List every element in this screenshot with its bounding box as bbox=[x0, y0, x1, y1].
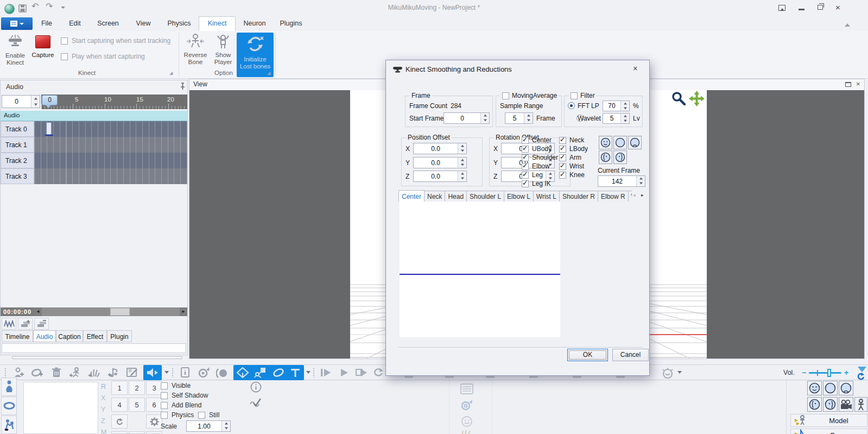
audio-mode-button[interactable] bbox=[143, 365, 162, 380]
track-label[interactable]: Track 1 bbox=[1, 137, 34, 153]
model-info-button[interactable] bbox=[250, 381, 262, 394]
panel-tab-audio[interactable]: Audio bbox=[33, 330, 56, 342]
play-from-start-button[interactable] bbox=[318, 366, 333, 379]
checkbox-icon[interactable] bbox=[161, 382, 168, 389]
spinner-buttons[interactable] bbox=[31, 96, 40, 108]
pos-y-value[interactable]: 0.0 bbox=[414, 159, 458, 167]
face-right-button[interactable] bbox=[823, 397, 838, 412]
pos-z-value[interactable]: 0.0 bbox=[414, 173, 458, 180]
timeline-cursor[interactable] bbox=[46, 122, 52, 135]
add-caption-button[interactable] bbox=[125, 366, 140, 379]
tab-scroll-right-icon[interactable]: ▸ bbox=[641, 192, 644, 198]
group-dialog-launcher-icon[interactable]: ◢ bbox=[267, 71, 270, 76]
numpad-5-button[interactable]: 5 bbox=[129, 398, 145, 412]
numpad-4-button[interactable]: 4 bbox=[111, 398, 128, 412]
still-checkbox-row[interactable]: Still bbox=[198, 411, 219, 419]
start-frame-spinner[interactable]: 0 bbox=[443, 112, 490, 124]
start-frame-value[interactable]: 0 bbox=[444, 115, 480, 122]
play-when-capturing-checkbox-row[interactable]: Play when start capturing bbox=[61, 53, 145, 60]
model-list-button[interactable] bbox=[1, 378, 17, 396]
tab-plugins[interactable]: Plugins bbox=[274, 16, 308, 31]
track-label[interactable]: Track 0 bbox=[1, 121, 34, 137]
part-wrist-row[interactable]: Wrist bbox=[559, 162, 588, 171]
spinner-buttons[interactable] bbox=[480, 113, 489, 123]
zoom-tool-icon[interactable] bbox=[671, 91, 686, 108]
reverse-bone-button[interactable]: Reverse Bone bbox=[181, 33, 210, 71]
loop-playback-button[interactable] bbox=[371, 366, 385, 379]
numpad-6-button[interactable]: 6 bbox=[146, 398, 162, 412]
volume-slider-thumb[interactable] bbox=[827, 369, 831, 377]
volume-decrease-icon[interactable]: − bbox=[802, 368, 806, 377]
maximize-panel-icon[interactable] bbox=[845, 82, 851, 87]
checkbox-icon[interactable] bbox=[522, 172, 529, 179]
part-ubody-row[interactable]: UBody bbox=[522, 144, 558, 153]
spin-down-icon[interactable] bbox=[222, 426, 230, 432]
part-leg-ik-row[interactable]: Leg IK bbox=[522, 179, 558, 188]
fullscreen-icon[interactable] bbox=[778, 5, 785, 11]
settings-button[interactable] bbox=[146, 414, 162, 429]
select-bone-button[interactable] bbox=[252, 366, 269, 379]
bone-tab-shoulder-r[interactable]: Shoulder R bbox=[559, 191, 598, 202]
pos-z-spinner[interactable]: 0.0 bbox=[413, 171, 467, 182]
face-top-button[interactable] bbox=[839, 381, 853, 395]
orientation-front-button[interactable] bbox=[599, 136, 612, 149]
chevron-down-icon[interactable] bbox=[164, 371, 169, 376]
volume-slider-track[interactable] bbox=[809, 372, 841, 374]
fft-lp-spinner[interactable]: 70 bbox=[603, 100, 630, 111]
add-pose-button[interactable] bbox=[87, 366, 102, 379]
checkbox-icon[interactable] bbox=[559, 163, 566, 170]
tab-scroll-left-icon[interactable]: ◂ bbox=[633, 192, 636, 198]
pos-y-spinner[interactable]: 0.0 bbox=[413, 157, 467, 168]
frame-number-spinner[interactable]: 0 bbox=[2, 95, 40, 108]
wavelet-spinner[interactable]: 5 bbox=[603, 113, 630, 124]
checkbox-icon[interactable] bbox=[522, 146, 529, 153]
checkbox-icon[interactable] bbox=[61, 37, 68, 45]
bone-tab-head[interactable]: Head bbox=[445, 191, 467, 202]
orientation-left-button[interactable] bbox=[599, 150, 612, 164]
bone-tab-neck[interactable]: Neck bbox=[424, 191, 445, 202]
moving-average-checkbox-icon[interactable] bbox=[502, 92, 509, 99]
ok-button[interactable]: OK bbox=[567, 349, 608, 361]
part-neck-row[interactable]: Neck bbox=[559, 136, 588, 144]
cancel-button[interactable]: Cancel bbox=[612, 349, 649, 361]
undo-icon[interactable]: ↶ bbox=[31, 2, 39, 11]
model-view-button[interactable] bbox=[854, 397, 867, 412]
validate-button[interactable] bbox=[249, 397, 262, 410]
copy-button[interactable] bbox=[111, 431, 128, 434]
tab-view[interactable]: View bbox=[127, 16, 160, 31]
show-player-button[interactable]: Show Player bbox=[211, 33, 236, 71]
tab-physics[interactable]: Physics bbox=[160, 16, 199, 31]
select-vertex-button[interactable] bbox=[235, 366, 251, 379]
part-arm-row[interactable]: Arm bbox=[559, 153, 588, 162]
track-2-lane[interactable] bbox=[34, 153, 187, 168]
checkbox-icon[interactable] bbox=[559, 137, 566, 144]
checkbox-icon[interactable] bbox=[522, 137, 529, 144]
track-label[interactable]: Track 2 bbox=[1, 153, 34, 168]
restore-icon[interactable] bbox=[818, 5, 823, 10]
expression-button[interactable] bbox=[456, 414, 478, 429]
pos-x-value[interactable]: 0.0 bbox=[414, 145, 458, 153]
part-center-row[interactable]: Center bbox=[522, 136, 558, 144]
save-icon[interactable] bbox=[18, 4, 27, 14]
spin-up-icon[interactable] bbox=[222, 421, 230, 426]
reset-transform-button[interactable] bbox=[111, 414, 128, 429]
part-leg-row[interactable]: Leg bbox=[522, 171, 558, 179]
current-frame-value[interactable]: 142 bbox=[598, 178, 636, 185]
text-tool-button[interactable] bbox=[288, 366, 303, 379]
play-range-button[interactable] bbox=[354, 366, 369, 379]
wavelet-value[interactable]: 5 bbox=[603, 115, 620, 122]
select-link-button[interactable] bbox=[270, 366, 287, 379]
scrollbar-thumb[interactable] bbox=[110, 308, 130, 316]
part-shoulder-row[interactable]: Shoulder bbox=[522, 153, 558, 162]
spin-up-icon[interactable] bbox=[31, 96, 40, 102]
capture-button[interactable]: Capture bbox=[29, 33, 56, 71]
close-window-icon[interactable]: × bbox=[835, 3, 840, 12]
timeline-ruler[interactable]: 0 5 10 15 20 0 bbox=[41, 95, 187, 109]
toolbar-drag-handle[interactable] bbox=[313, 368, 315, 378]
scroll-right-icon[interactable]: ► bbox=[180, 307, 187, 316]
scale-spinner[interactable]: 1.00 bbox=[186, 420, 231, 432]
track-0-lane[interactable] bbox=[34, 121, 187, 137]
add-motion-button[interactable] bbox=[68, 366, 83, 379]
toolbar-drag-handle[interactable] bbox=[172, 368, 174, 378]
playhead-marker[interactable]: 0 bbox=[42, 95, 58, 105]
